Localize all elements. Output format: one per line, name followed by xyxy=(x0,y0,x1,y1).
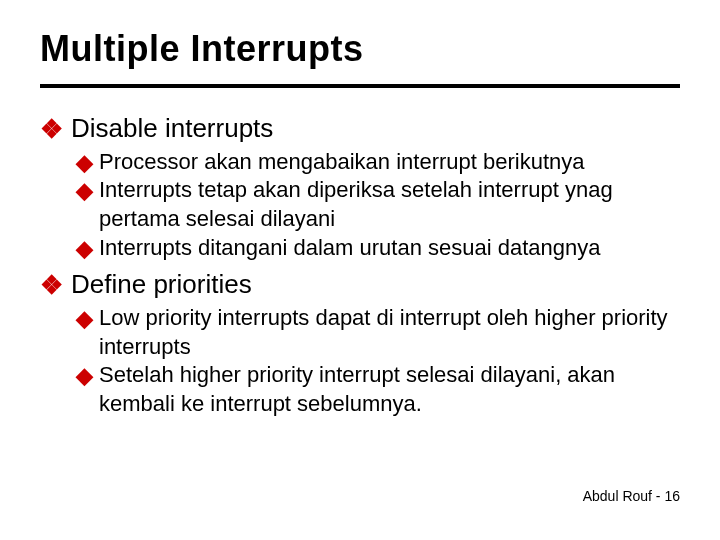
bullet-item: ◆ Interrupts tetap akan diperiksa setela… xyxy=(76,176,680,233)
diamond-bullet-icon: ❖ xyxy=(40,270,63,301)
slide-footer: Abdul Rouf - 16 xyxy=(583,488,680,504)
bullet-item: ◆ Setelah higher priority interrupt sele… xyxy=(76,361,680,418)
bullet-item: ◆ Interrupts ditangani dalam urutan sesu… xyxy=(76,234,680,263)
diamond-bullet-icon: ◆ xyxy=(76,177,93,205)
bullet-text: Interrupts tetap akan diperiksa setelah … xyxy=(99,176,680,233)
diamond-bullet-icon: ◆ xyxy=(76,149,93,177)
title-divider xyxy=(40,84,680,88)
diamond-bullet-icon: ◆ xyxy=(76,305,93,333)
bullet-text: Processor akan mengabaikan interrupt ber… xyxy=(99,148,585,177)
footer-author: Abdul Rouf xyxy=(583,488,652,504)
diamond-bullet-icon: ◆ xyxy=(76,362,93,390)
slide-content: ❖ Disable interrupts ◆ Processor akan me… xyxy=(40,112,680,418)
bullet-item: ◆ Processor akan mengabaikan interrupt b… xyxy=(76,148,680,177)
bullet-text: Setelah higher priority interrupt selesa… xyxy=(99,361,680,418)
section-heading: ❖ Define priorities xyxy=(40,268,680,302)
diamond-bullet-icon: ❖ xyxy=(40,114,63,145)
bullet-text: Low priority interrupts dapat di interru… xyxy=(99,304,680,361)
bullet-item: ◆ Low priority interrupts dapat di inter… xyxy=(76,304,680,361)
section-heading-text: Disable interrupts xyxy=(71,112,273,146)
bullet-text: Interrupts ditangani dalam urutan sesuai… xyxy=(99,234,600,263)
slide-title: Multiple Interrupts xyxy=(40,28,680,70)
footer-separator: - xyxy=(652,488,664,504)
diamond-bullet-icon: ◆ xyxy=(76,235,93,263)
section-heading-text: Define priorities xyxy=(71,268,252,302)
footer-page-number: 16 xyxy=(664,488,680,504)
slide: Multiple Interrupts ❖ Disable interrupts… xyxy=(0,0,720,540)
section-heading: ❖ Disable interrupts xyxy=(40,112,680,146)
